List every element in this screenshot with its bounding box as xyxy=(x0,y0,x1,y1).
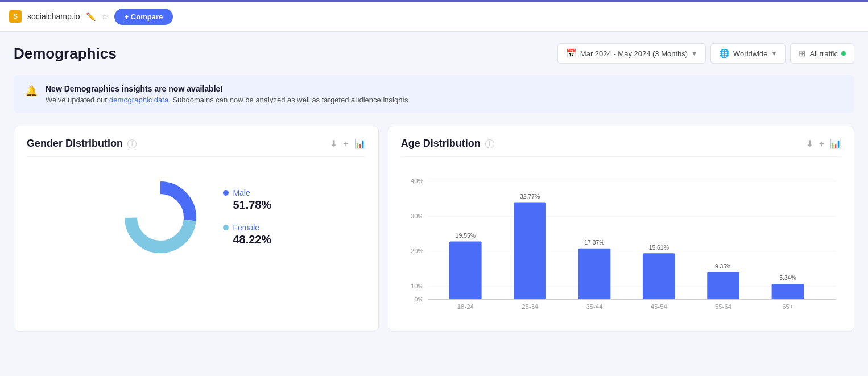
traffic-label: All traffic xyxy=(809,49,838,58)
svg-text:45-54: 45-54 xyxy=(650,303,667,310)
date-chevron-icon: ▼ xyxy=(691,50,697,57)
gender-info-icon[interactable]: i xyxy=(127,139,137,148)
gender-card-actions: ⬇ + 📊 xyxy=(330,138,365,149)
bar-45-54 xyxy=(643,253,675,299)
bar-chart-area: 40% 30% 20% 10% 0% 19.55% 18-24 32.77% xyxy=(401,166,841,320)
notification-link[interactable]: demographic data xyxy=(109,96,168,104)
svg-text:17.37%: 17.37% xyxy=(584,239,604,246)
star-icon[interactable]: ☆ xyxy=(101,12,109,21)
globe-icon: 🌐 xyxy=(719,48,730,59)
bar-25-34 xyxy=(514,203,546,300)
calendar-icon: 📅 xyxy=(566,48,577,59)
traffic-icon: ⊞ xyxy=(799,48,806,59)
page-title: Demographics xyxy=(14,45,117,63)
svg-text:10%: 10% xyxy=(411,283,424,290)
bell-icon: 🔔 xyxy=(25,85,38,97)
donut-svg xyxy=(121,177,200,257)
svg-text:19.55%: 19.55% xyxy=(455,233,475,239)
gender-export-icon[interactable]: 📊 xyxy=(354,138,366,149)
traffic-status-dot xyxy=(841,51,846,56)
svg-text:30%: 30% xyxy=(411,213,424,220)
age-title-area: Age Distribution i xyxy=(401,138,494,150)
male-label: Male xyxy=(233,188,250,197)
svg-text:55-64: 55-64 xyxy=(715,303,731,310)
location-chevron-icon: ▼ xyxy=(771,50,778,57)
site-name: socialchamp.io xyxy=(27,12,80,21)
svg-text:5.34%: 5.34% xyxy=(779,275,796,281)
svg-text:9.35%: 9.35% xyxy=(715,263,731,270)
top-bar: S socialchamp.io ✏️ ☆ + Compare xyxy=(0,0,868,32)
site-favicon: S xyxy=(9,10,22,23)
svg-text:0%: 0% xyxy=(414,296,423,303)
donut-chart xyxy=(121,177,200,257)
main-content: Demographics 📅 Mar 2024 - May 2024 (3 Mo… xyxy=(0,32,868,343)
gender-card-title: Gender Distribution xyxy=(27,138,123,150)
svg-text:20%: 20% xyxy=(411,247,424,254)
female-value: 48.22% xyxy=(233,233,271,246)
bar-65plus xyxy=(771,284,804,299)
gender-title-area: Gender Distribution i xyxy=(27,138,137,150)
svg-text:25-34: 25-34 xyxy=(522,303,538,310)
svg-text:65+: 65+ xyxy=(782,303,793,310)
page-header: Demographics 📅 Mar 2024 - May 2024 (3 Mo… xyxy=(14,43,854,64)
male-value: 51.78% xyxy=(233,199,271,212)
location-label: Worldwide xyxy=(733,49,767,58)
notification-title: New Demographics insights are now availa… xyxy=(46,84,408,93)
age-distribution-card: Age Distribution i ⬇ + 📊 xyxy=(388,126,854,332)
traffic-button[interactable]: ⊞ All traffic xyxy=(790,43,854,64)
svg-text:18-24: 18-24 xyxy=(457,303,473,310)
gender-legend: Male 51.78% Female 48.22% xyxy=(223,188,271,246)
gender-card-header: Gender Distribution i ⬇ + 📊 xyxy=(27,138,366,157)
date-range-label: Mar 2024 - May 2024 (3 Months) xyxy=(580,49,688,58)
date-range-button[interactable]: 📅 Mar 2024 - May 2024 (3 Months) ▼ xyxy=(557,43,706,64)
compare-button[interactable]: + Compare xyxy=(114,9,173,25)
female-legend-label: Female xyxy=(223,223,271,232)
age-download-icon[interactable]: ⬇ xyxy=(806,138,813,149)
svg-text:15.61%: 15.61% xyxy=(648,245,668,251)
gender-distribution-card: Gender Distribution i ⬇ + 📊 xyxy=(14,126,379,332)
favicon-text: S xyxy=(13,13,18,20)
female-label: Female xyxy=(233,223,259,232)
age-export-icon[interactable]: 📊 xyxy=(830,138,841,149)
svg-text:40%: 40% xyxy=(411,177,424,184)
age-card-header: Age Distribution i ⬇ + 📊 xyxy=(401,138,841,157)
bar-55-64 xyxy=(707,272,739,299)
age-card-title: Age Distribution xyxy=(401,138,481,150)
donut-section: Male 51.78% Female 48.22% xyxy=(27,166,366,268)
header-controls: 📅 Mar 2024 - May 2024 (3 Months) ▼ 🌐 Wor… xyxy=(557,43,854,64)
bar-18-24 xyxy=(449,241,482,299)
notification-body: We've updated our demographic data. Subd… xyxy=(46,96,408,104)
female-dot xyxy=(223,225,229,230)
male-legend-item: Male 51.78% xyxy=(223,188,271,212)
male-legend-label: Male xyxy=(223,188,271,197)
svg-text:32.77%: 32.77% xyxy=(520,193,540,200)
location-button[interactable]: 🌐 Worldwide ▼ xyxy=(710,43,786,64)
charts-row: Gender Distribution i ⬇ + 📊 xyxy=(14,126,854,332)
notification-body-plain: We've updated our xyxy=(46,96,109,104)
female-legend-item: Female 48.22% xyxy=(223,223,271,246)
gender-add-icon[interactable]: + xyxy=(343,139,348,149)
gender-download-icon[interactable]: ⬇ xyxy=(330,138,337,149)
age-info-icon[interactable]: i xyxy=(485,139,494,148)
compare-label: + Compare xyxy=(125,13,163,21)
edit-icon[interactable]: ✏️ xyxy=(86,12,96,21)
svg-text:35-44: 35-44 xyxy=(586,303,602,310)
male-dot xyxy=(223,190,229,196)
notification-content: New Demographics insights are now availa… xyxy=(46,84,408,104)
notification-banner: 🔔 New Demographics insights are now avai… xyxy=(14,75,854,113)
bar-35-44 xyxy=(578,249,610,300)
age-card-actions: ⬇ + 📊 xyxy=(806,138,841,149)
notification-body-after: . Subdomains can now be analyzed as well… xyxy=(168,96,408,104)
age-bar-chart: 40% 30% 20% 10% 0% 19.55% 18-24 32.77% xyxy=(401,172,841,320)
age-add-icon[interactable]: + xyxy=(819,139,824,149)
age-bar-svg: 40% 30% 20% 10% 0% 19.55% 18-24 32.77% xyxy=(401,172,841,320)
